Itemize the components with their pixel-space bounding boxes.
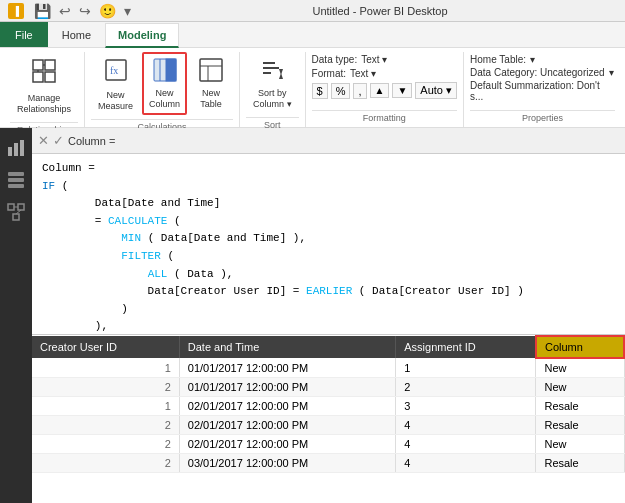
table-body: 1 01/01/2017 12:00:00 PM 1 New 2 01/01/2…: [32, 358, 624, 473]
group-calculations: fx NewMeasure NewColumn: [85, 52, 240, 127]
code-line-5: MIN ( Data[Date and Time] ),: [42, 230, 615, 248]
format-row: Format: Text ▾: [312, 68, 377, 79]
table-row: 1 02/01/2017 12:00:00 PM 3 Resale: [32, 397, 624, 416]
window-title: Untitled - Power BI Desktop: [143, 5, 617, 17]
cell-creator-id: 2: [32, 378, 179, 397]
sort-items: Sort byColumn ▾: [246, 52, 299, 115]
cell-assignment-id: 1: [396, 358, 536, 378]
redo-icon[interactable]: ↪: [77, 3, 93, 19]
new-measure-icon: fx: [103, 57, 129, 88]
new-column-icon: [152, 57, 178, 86]
table-row: 1 01/01/2017 12:00:00 PM 1 New: [32, 358, 624, 378]
sort-by-col-label: Sort byColumn ▾: [253, 88, 292, 110]
code-line-2: IF (: [42, 178, 615, 196]
home-table-dropdown[interactable]: ▾: [530, 54, 535, 65]
group-props-label: Properties: [470, 110, 615, 127]
manage-rel-label: ManageRelationships: [17, 93, 71, 115]
code-line-6: FILTER (: [42, 248, 615, 266]
main-area: ✕ ✓ Column = IF ( Data[Date and Time] = …: [0, 128, 625, 503]
tab-modeling[interactable]: Modeling: [105, 23, 179, 48]
ribbon-tabs: File Home Modeling: [0, 22, 625, 48]
cell-assignment-id: 4: [396, 435, 536, 454]
group-formatting: Data type: Text ▾ Format: Text ▾ $ % , ▲…: [306, 52, 464, 127]
svg-rect-2: [33, 72, 43, 82]
svg-rect-27: [13, 214, 19, 220]
title-bar-controls: 💾 ↩ ↪ 🙂 ▾: [32, 3, 133, 19]
title-bar-icons: ▐: [8, 3, 24, 19]
new-table-label: NewTable: [200, 88, 222, 110]
sidebar-icon-data[interactable]: [4, 168, 28, 192]
code-line-3: Data[Date and Time]: [42, 195, 615, 213]
sort-by-column-button[interactable]: Sort byColumn ▾: [246, 52, 299, 115]
sort-svg: [259, 57, 285, 83]
undo-icon[interactable]: ↩: [57, 3, 73, 19]
table-header-row: Creator User ID Date and Time Assignment…: [32, 336, 624, 358]
sidebar-icon-model[interactable]: [4, 200, 28, 224]
svg-rect-21: [20, 140, 24, 156]
currency-button[interactable]: $: [312, 83, 328, 99]
cell-assignment-id: 4: [396, 454, 536, 473]
dropdown-arrow[interactable]: ▾: [122, 3, 133, 19]
group-sort: Sort byColumn ▾ Sort: [240, 52, 306, 127]
relationships-items: ManageRelationships: [10, 52, 78, 120]
data-table: Creator User ID Date and Time Assignment…: [32, 335, 625, 473]
svg-rect-24: [8, 184, 24, 188]
measure-svg: fx: [103, 57, 129, 83]
cell-date-time: 02/01/2017 12:00:00 PM: [179, 397, 395, 416]
formula-input[interactable]: [68, 135, 619, 147]
cell-column: Resale: [536, 416, 624, 435]
data-category-dropdown[interactable]: ▾: [609, 67, 614, 78]
cell-date-time: 02/01/2017 12:00:00 PM: [179, 416, 395, 435]
format-value[interactable]: Text ▾: [350, 68, 376, 79]
formula-check-icon[interactable]: ✓: [53, 133, 64, 148]
tab-file[interactable]: File: [0, 22, 48, 47]
cell-column: Resale: [536, 397, 624, 416]
save-icon[interactable]: 💾: [32, 3, 53, 19]
emoji-icon[interactable]: 🙂: [97, 3, 118, 19]
svg-marker-18: [279, 73, 283, 79]
table-row: 2 02/01/2017 12:00:00 PM 4 Resale: [32, 416, 624, 435]
props-items: Home Table: ▾ Data Category: Uncategoriz…: [470, 52, 615, 108]
svg-rect-23: [8, 178, 24, 182]
svg-text:fx: fx: [110, 65, 118, 76]
new-table-button[interactable]: NewTable: [189, 52, 233, 115]
calc-items: fx NewMeasure NewColumn: [91, 52, 233, 117]
auto-dropdown[interactable]: Auto ▾: [415, 82, 457, 99]
formula-x-icon[interactable]: ✕: [38, 133, 49, 148]
group-relationships: ManageRelationships Relationships: [4, 52, 85, 127]
tab-home[interactable]: Home: [49, 22, 104, 47]
new-measure-button[interactable]: fx NewMeasure: [91, 52, 140, 117]
code-line-8: Data[Creator User ID] = EARLIER ( Data[C…: [42, 283, 615, 301]
svg-rect-20: [14, 143, 18, 156]
ribbon: ManageRelationships Relationships fx New…: [0, 48, 625, 128]
cell-column: New: [536, 378, 624, 397]
table-row: 2 02/01/2017 12:00:00 PM 4 New: [32, 435, 624, 454]
manage-relationships-button[interactable]: ManageRelationships: [10, 52, 78, 120]
comma-button[interactable]: ,: [353, 83, 366, 99]
sidebar: [0, 128, 32, 503]
code-line-1: Column =: [42, 160, 615, 178]
svg-rect-0: [33, 60, 43, 70]
decimal-increase-button[interactable]: ▲: [370, 83, 390, 98]
svg-rect-19: [8, 147, 12, 156]
new-table-icon: [198, 57, 224, 86]
decimal-decrease-button[interactable]: ▼: [392, 83, 412, 98]
app-icon: ▐: [8, 3, 24, 19]
table-row: 2 03/01/2017 12:00:00 PM 4 Resale: [32, 454, 624, 473]
svg-rect-9: [166, 59, 176, 81]
percent-button[interactable]: %: [331, 83, 351, 99]
cell-column: Resale: [536, 454, 624, 473]
sidebar-icon-report[interactable]: [4, 136, 28, 160]
code-editor[interactable]: Column = IF ( Data[Date and Time] = CALC…: [32, 154, 625, 335]
new-column-button[interactable]: NewColumn: [142, 52, 187, 115]
svg-rect-1: [45, 60, 55, 70]
cell-column: New: [536, 435, 624, 454]
code-line-4: = CALCULATE (: [42, 213, 615, 231]
col-creator-id: Creator User ID: [32, 336, 179, 358]
cell-creator-id: 2: [32, 416, 179, 435]
group-fmt-label: Formatting: [312, 110, 457, 127]
format-label: Format:: [312, 68, 346, 79]
data-type-value[interactable]: Text ▾: [361, 54, 387, 65]
column-svg: [152, 57, 178, 83]
cell-column: New: [536, 358, 624, 378]
